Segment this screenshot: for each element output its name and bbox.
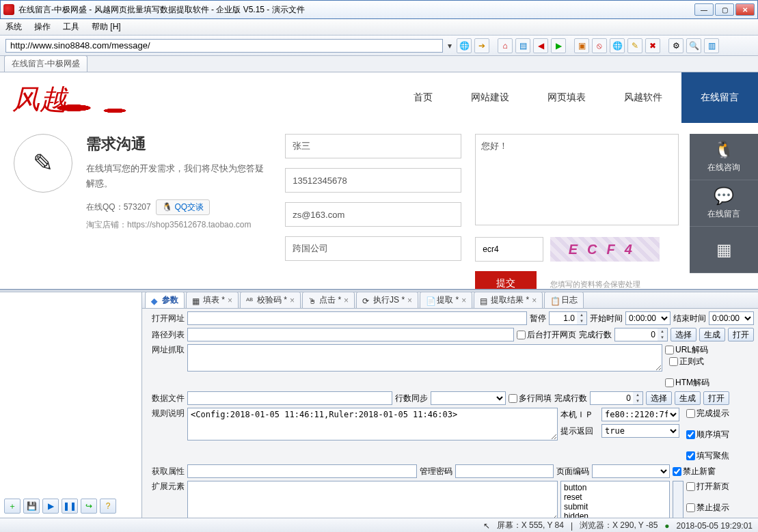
tab-click[interactable]: 🖱点击 *× bbox=[302, 292, 355, 309]
admin-pwd-input[interactable] bbox=[455, 464, 554, 478]
ext-list-scrollbar[interactable] bbox=[673, 481, 683, 518]
panel-icon[interactable]: ▥ bbox=[704, 38, 719, 53]
chk-no-hint[interactable]: 禁止提示 bbox=[686, 502, 738, 514]
menu-system[interactable]: 系统 bbox=[5, 21, 22, 33]
nav-build[interactable]: 网站建设 bbox=[452, 72, 528, 123]
chk-done-hint[interactable]: 完成提示 bbox=[686, 408, 738, 419]
tab-extract[interactable]: 📄提取 *× bbox=[420, 292, 472, 309]
float-sidebar: 🐧在线咨询 💬在线留言 ▦ bbox=[690, 134, 758, 273]
ext-elem-list[interactable]: buttonresetsubmithiddeniframe bbox=[560, 481, 670, 518]
nav-msg[interactable]: 在线留言 bbox=[681, 72, 758, 123]
menu-help[interactable]: 帮助 [H] bbox=[92, 21, 121, 33]
data-file-input[interactable] bbox=[187, 391, 392, 405]
done-rows2-spinner[interactable]: ▲▼ bbox=[590, 391, 643, 405]
select-button[interactable]: 选择 bbox=[671, 328, 696, 341]
settings-icon[interactable]: ⚙ bbox=[668, 38, 683, 53]
company-field[interactable] bbox=[285, 236, 461, 261]
chk-url-decode[interactable]: URL解码 bbox=[665, 344, 754, 356]
qq-icon: 🐧 bbox=[714, 140, 734, 159]
browser-tab[interactable]: 在线留言-中极网盛 bbox=[4, 55, 87, 72]
tab-verify[interactable]: ᴬᴮ校验码 *× bbox=[240, 292, 301, 309]
select-button-2[interactable]: 选择 bbox=[646, 391, 672, 405]
chk-no-newwin[interactable]: 禁止新窗 bbox=[673, 466, 716, 477]
chk-seq-fill[interactable]: 顺序填写 bbox=[686, 429, 738, 440]
shop-link[interactable]: https://shop35612678.taobao.com bbox=[127, 220, 251, 229]
page-enc-select[interactable] bbox=[592, 464, 670, 478]
submit-button[interactable]: 提交 bbox=[475, 271, 537, 290]
site-navbar: 首页 网站建设 网页填表 风越软件 在线留言 bbox=[394, 72, 758, 123]
captcha-field[interactable] bbox=[475, 237, 543, 262]
minimize-button[interactable]: — bbox=[694, 3, 714, 16]
menu-tools[interactable]: 工具 bbox=[63, 21, 79, 33]
float-consult[interactable]: 🐧在线咨询 bbox=[690, 134, 758, 180]
ext-elem-text[interactable] bbox=[187, 481, 558, 518]
pause-spinner[interactable]: ▲▼ bbox=[549, 311, 587, 325]
email-field[interactable] bbox=[285, 202, 461, 227]
find-icon[interactable]: ✎ bbox=[627, 38, 642, 53]
qq-chat-button[interactable]: 🐧 QQ交谈 bbox=[156, 199, 210, 215]
hint-return-select[interactable]: true bbox=[601, 424, 679, 438]
phone-field[interactable] bbox=[285, 168, 461, 193]
reload-icon[interactable]: 🌐 bbox=[610, 38, 625, 53]
forward-icon[interactable]: ▶ bbox=[551, 38, 566, 53]
label-end-time: 结束时间 bbox=[673, 313, 706, 324]
nav-form[interactable]: 网页填表 bbox=[528, 72, 605, 123]
tab-log[interactable]: 📋日志 bbox=[544, 292, 584, 309]
stop-icon[interactable]: ⦸ bbox=[592, 38, 607, 53]
path-list-input[interactable] bbox=[187, 328, 514, 341]
qq-label: 在线QQ：573207 bbox=[86, 202, 151, 212]
message-field[interactable]: 您好！ bbox=[475, 134, 679, 225]
local-ip-select[interactable]: fe80::2120:7f07: bbox=[601, 408, 679, 421]
chk-regex[interactable]: 正则式 bbox=[669, 356, 754, 367]
nav-home[interactable]: 首页 bbox=[394, 72, 452, 123]
go-button[interactable]: ➔ bbox=[474, 38, 489, 53]
go-ie-icon[interactable]: 🌐 bbox=[457, 38, 472, 53]
get-attr-input[interactable] bbox=[187, 464, 417, 478]
rule-desc-text[interactable]: <Config:2018-01-05 11:46:11,Ruler:2018-0… bbox=[187, 408, 558, 440]
address-dropdown[interactable]: ▾ bbox=[446, 41, 454, 51]
end-time-select[interactable]: 0:00:00 bbox=[709, 311, 754, 325]
tree-add-button[interactable]: ＋ bbox=[4, 499, 21, 514]
name-field[interactable] bbox=[285, 134, 461, 158]
label-ext-elem: 扩展元素 bbox=[146, 481, 185, 492]
tree-play-button[interactable]: ▶ bbox=[42, 499, 59, 514]
float-qrcode[interactable]: ▦ bbox=[690, 227, 758, 273]
gen-button-2[interactable]: 生成 bbox=[675, 391, 701, 405]
tab-params[interactable]: ◆参数 bbox=[145, 292, 185, 309]
url-crawl-text[interactable] bbox=[187, 344, 662, 372]
chk-open-newpage[interactable]: 打开新页 bbox=[686, 481, 738, 492]
chat-icon: 💬 bbox=[714, 186, 734, 206]
address-input[interactable] bbox=[5, 39, 443, 53]
chk-multi-fill[interactable]: 多行同填 bbox=[509, 393, 552, 404]
gen-button[interactable]: 生成 bbox=[699, 328, 725, 341]
tree-help-button[interactable]: ? bbox=[100, 499, 116, 514]
tab-result[interactable]: ▤提取结果 *× bbox=[474, 292, 543, 309]
tab-js[interactable]: ⟳执行JS *× bbox=[356, 292, 418, 309]
run-icon[interactable]: ▣ bbox=[574, 38, 589, 53]
tree-export-button[interactable]: ↪ bbox=[81, 499, 97, 514]
open-url-input[interactable] bbox=[187, 311, 527, 325]
home-icon[interactable]: ⌂ bbox=[498, 38, 513, 53]
maximize-button[interactable]: ▢ bbox=[715, 3, 734, 16]
search-icon[interactable]: 🔍 bbox=[686, 38, 701, 53]
float-message[interactable]: 💬在线留言 bbox=[690, 180, 758, 227]
nav-soft[interactable]: 风越软件 bbox=[605, 72, 681, 123]
open-button[interactable]: 打开 bbox=[728, 328, 754, 341]
open-button-2[interactable]: 打开 bbox=[703, 391, 729, 405]
chk-htm-decode[interactable]: HTM解码 bbox=[665, 377, 754, 389]
cursor-icon: ↖ bbox=[483, 521, 490, 531]
captcha-image[interactable]: ECF4 bbox=[550, 237, 660, 262]
copy-icon[interactable]: ▤ bbox=[515, 38, 530, 53]
tree-pause-button[interactable]: ❚❚ bbox=[62, 499, 78, 514]
start-time-select[interactable]: 0:00:00 bbox=[625, 311, 671, 325]
tab-fill[interactable]: ▦填表 *× bbox=[186, 292, 239, 309]
back-icon[interactable]: ◀ bbox=[533, 38, 548, 53]
menu-operate[interactable]: 操作 bbox=[34, 21, 51, 33]
tree-save-button[interactable]: 💾 bbox=[23, 499, 40, 514]
chk-bg-open[interactable]: 后台打开网页 bbox=[517, 329, 576, 341]
done-rows-spinner[interactable]: ▲▼ bbox=[614, 328, 668, 341]
chk-fill-focus[interactable]: 填写聚焦 bbox=[686, 450, 738, 462]
close-button[interactable]: ✕ bbox=[735, 3, 755, 16]
row-sync-select[interactable] bbox=[431, 391, 506, 405]
delete-icon[interactable]: ✖ bbox=[645, 38, 660, 53]
